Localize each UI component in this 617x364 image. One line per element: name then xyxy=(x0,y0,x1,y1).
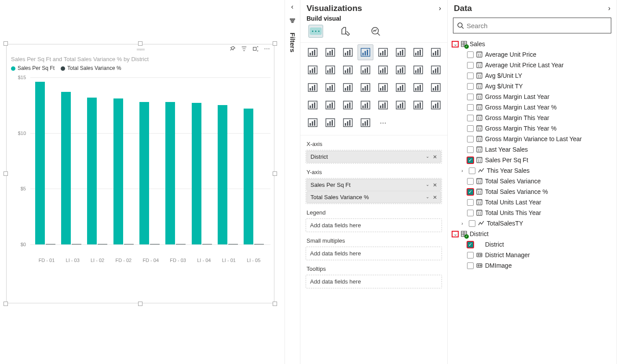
viz-type-card[interactable] xyxy=(410,80,426,95)
field-total-units-last-year[interactable]: Total Units Last Year xyxy=(449,197,617,207)
checkbox[interactable] xyxy=(467,125,474,132)
bar-group[interactable] xyxy=(33,82,57,244)
bar-series2[interactable] xyxy=(124,244,134,244)
collapse-data-icon[interactable]: › xyxy=(608,4,610,12)
pill-variance[interactable]: Total Sales Variance %⌄✕ xyxy=(307,191,441,203)
field-average-unit-price[interactable]: Average Unit Price xyxy=(449,49,617,60)
remove-icon[interactable]: ✕ xyxy=(433,182,437,188)
well-legend[interactable]: Add data fields here xyxy=(306,218,442,232)
viz-type-clustered-bar[interactable] xyxy=(322,44,338,60)
bar-series1[interactable] xyxy=(87,98,97,244)
bar-series1[interactable] xyxy=(244,109,253,244)
bar-series1[interactable] xyxy=(35,82,45,244)
field-gross-margin-this-year[interactable]: Gross Margin This Year xyxy=(449,113,617,123)
checkbox[interactable] xyxy=(467,104,474,111)
tab-analytics[interactable] xyxy=(368,25,383,38)
bar-group[interactable] xyxy=(111,98,135,244)
checkbox[interactable] xyxy=(469,220,475,227)
bar-group[interactable] xyxy=(190,103,214,244)
viz-type-stacked-col[interactable] xyxy=(375,44,391,60)
field-total-sales-variance[interactable]: Total Sales Variance xyxy=(449,176,617,186)
viz-type-key-influencers[interactable] xyxy=(410,97,426,113)
viz-type-map[interactable] xyxy=(340,80,356,95)
viz-type-qa[interactable] xyxy=(305,115,321,131)
chevron-down-icon[interactable]: ⌄ xyxy=(426,194,429,200)
viz-type-line-clustered[interactable] xyxy=(340,62,356,78)
viz-type-stacked-bar-h[interactable] xyxy=(340,44,356,60)
field-district-manager[interactable]: District Manager xyxy=(449,250,617,260)
well-xaxis[interactable]: District⌄✕ xyxy=(306,150,442,164)
field-total-sales-variance-[interactable]: Total Sales Variance % xyxy=(449,186,617,197)
viz-type-line-stacked[interactable] xyxy=(322,62,338,78)
field-gross-margin-this-year-[interactable]: Gross Margin This Year % xyxy=(449,123,617,134)
bar-series1[interactable] xyxy=(165,102,175,244)
bar-series2[interactable] xyxy=(176,244,186,244)
well-yaxis[interactable]: Sales Per Sq Ft⌄✕ Total Sales Variance %… xyxy=(306,178,442,204)
checkbox[interactable] xyxy=(467,146,474,153)
table-district[interactable]: ⌄✓District xyxy=(449,229,617,239)
table-sales[interactable]: ⌄✓Sales xyxy=(449,39,617,49)
viz-type-paginated[interactable] xyxy=(322,115,338,131)
bar-group[interactable] xyxy=(137,102,161,244)
field-gross-margin-variance-to-last-year[interactable]: Gross Margin Variance to Last Year xyxy=(449,134,617,144)
tab-format[interactable] xyxy=(338,25,353,38)
bar-group[interactable] xyxy=(164,102,188,244)
checkbox[interactable] xyxy=(467,73,474,79)
bar-series2[interactable] xyxy=(46,244,55,244)
caret-icon[interactable]: › xyxy=(459,221,465,226)
viz-type-azure-map[interactable] xyxy=(375,80,391,95)
checkbox[interactable] xyxy=(467,241,474,248)
checkbox[interactable] xyxy=(467,136,474,142)
bar-series2[interactable] xyxy=(202,244,212,244)
viz-type-slicer[interactable] xyxy=(322,97,338,113)
bar-series2[interactable] xyxy=(254,244,264,244)
checkbox[interactable] xyxy=(469,167,475,174)
search-input[interactable] xyxy=(467,22,607,29)
viz-type-table[interactable] xyxy=(340,97,356,113)
well-tooltips[interactable]: Add data fields here xyxy=(306,275,442,288)
field-totalsalesty[interactable]: ›TotalSalesTY xyxy=(449,218,617,229)
checkbox[interactable] xyxy=(467,83,474,90)
viz-type-pie[interactable] xyxy=(428,62,444,78)
field-gross-margin-last-year[interactable]: Gross Margin Last Year xyxy=(449,91,617,102)
viz-type-waterfall[interactable] xyxy=(375,62,391,78)
collapse-viz-icon[interactable]: › xyxy=(439,4,441,12)
well-small-multiples[interactable]: Add data fields here xyxy=(306,247,442,260)
viz-type-power-apps[interactable] xyxy=(340,115,356,131)
field-district[interactable]: District xyxy=(449,239,617,250)
more-icon[interactable]: ··· xyxy=(263,45,270,52)
drag-handle-icon[interactable]: ══ xyxy=(137,46,144,53)
caret-icon[interactable]: › xyxy=(459,168,465,173)
checkbox[interactable] xyxy=(467,210,474,216)
pill-district[interactable]: District⌄✕ xyxy=(307,151,441,163)
checkbox[interactable] xyxy=(467,115,474,121)
bar-group[interactable] xyxy=(59,92,83,244)
viz-type-scatter[interactable] xyxy=(410,62,426,78)
checkbox[interactable] xyxy=(467,157,474,164)
field-total-units-this-year[interactable]: Total Units This Year xyxy=(449,207,617,218)
bar-series1[interactable] xyxy=(192,103,201,244)
focus-icon[interactable] xyxy=(252,45,259,52)
checkbox[interactable] xyxy=(467,94,474,100)
viz-type-more[interactable]: ··· xyxy=(375,115,391,131)
checkbox[interactable] xyxy=(467,262,474,269)
checkbox[interactable] xyxy=(467,189,474,195)
bar-group[interactable] xyxy=(242,109,266,244)
viz-type-r-visual[interactable] xyxy=(375,97,391,113)
chevron-down-icon[interactable]: ⌄ xyxy=(426,154,429,160)
viz-type-stacked-area[interactable] xyxy=(305,62,321,78)
checkbox[interactable] xyxy=(467,252,474,258)
viz-type-area[interactable] xyxy=(428,44,444,60)
chevron-down-icon[interactable]: ⌄ xyxy=(426,182,429,188)
caret-icon[interactable]: ⌄ xyxy=(452,231,458,237)
viz-type-donut[interactable] xyxy=(305,80,321,95)
viz-type-stacked-100[interactable] xyxy=(393,44,409,60)
filter-icon[interactable] xyxy=(241,45,248,52)
pin-icon[interactable] xyxy=(229,45,236,52)
field-sales-per-sq-ft[interactable]: Sales Per Sq Ft xyxy=(449,155,617,165)
expand-filters-icon[interactable]: › xyxy=(291,4,293,11)
viz-type-clustered-col[interactable] xyxy=(358,44,373,60)
bar-series2[interactable] xyxy=(150,244,160,244)
viz-type-kpi[interactable] xyxy=(305,97,321,113)
remove-icon[interactable]: ✕ xyxy=(433,154,437,160)
